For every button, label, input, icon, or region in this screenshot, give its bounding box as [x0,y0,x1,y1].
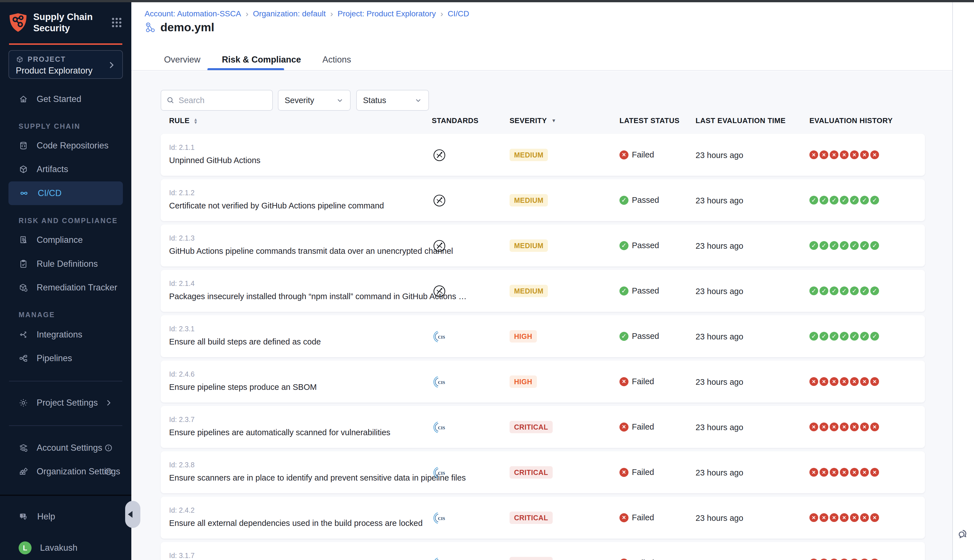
history-fail-icon[interactable]: × [809,150,818,159]
sidebar-item-user-profile[interactable]: L Lavakush [8,536,123,560]
history-pass-icon[interactable]: ✓ [840,196,849,205]
table-row[interactable]: Id: 2.1.3 GitHub Actions pipeline comman… [161,225,925,267]
history-fail-icon[interactable]: × [870,513,879,522]
history-pass-icon[interactable]: ✓ [850,287,859,295]
breadcrumb-account[interactable]: Account: Automation-SSCA [145,9,241,18]
sidebar-item-compliance[interactable]: Compliance [8,228,123,252]
history-fail-icon[interactable]: × [809,423,818,431]
history-fail-icon[interactable]: × [860,423,869,431]
history-pass-icon[interactable]: ✓ [820,332,828,340]
history-fail-icon[interactable]: × [820,513,828,522]
history-fail-icon[interactable]: × [840,150,849,159]
history-fail-icon[interactable]: × [809,377,818,386]
history-fail-icon[interactable]: × [820,423,828,431]
history-fail-icon[interactable]: × [840,468,849,477]
history-pass-icon[interactable]: ✓ [840,241,849,250]
history-fail-icon[interactable]: × [850,150,859,159]
apps-grid-icon[interactable] [110,16,123,29]
history-pass-icon[interactable]: ✓ [840,287,849,295]
history-pass-icon[interactable]: ✓ [870,287,879,295]
info-icon[interactable] [104,467,113,476]
history-pass-icon[interactable]: ✓ [830,196,839,205]
history-fail-icon[interactable]: × [820,468,828,477]
history-fail-icon[interactable]: × [870,377,879,386]
history-fail-icon[interactable]: × [830,423,839,431]
history-fail-icon[interactable]: × [860,513,869,522]
sidebar-item-remediation-tracker[interactable]: Remediation Tracker [8,276,123,300]
sidebar-item-cicd[interactable]: CI/CD [8,182,123,205]
history-fail-icon[interactable]: × [840,558,849,560]
history-fail-icon[interactable]: × [830,513,839,522]
breadcrumb-project[interactable]: Project: Product Exploratory [338,9,436,18]
history-fail-icon[interactable]: × [870,558,879,560]
table-row[interactable]: Id: 2.3.7 Ensure pipelines are automatic… [161,406,925,448]
history-fail-icon[interactable]: × [809,513,818,522]
history-pass-icon[interactable]: ✓ [860,241,869,250]
app-logo[interactable]: Supply Chain Security [9,11,123,34]
table-row[interactable]: Id: 2.4.2 Ensure all external dependenci… [161,497,925,538]
history-fail-icon[interactable]: × [809,468,818,477]
history-fail-icon[interactable]: × [860,468,869,477]
table-row[interactable]: Id: 2.1.1 Unpinned GitHub Actions MEDIUM… [161,134,925,176]
sidebar-item-artifacts[interactable]: Artifacts [8,157,123,181]
history-pass-icon[interactable]: ✓ [860,287,869,295]
breadcrumb-current[interactable]: CI/CD [447,9,469,18]
history-pass-icon[interactable]: ✓ [870,332,879,340]
sidebar-item-project-settings[interactable]: Project Settings [8,391,123,415]
chat-bubbles-icon[interactable] [957,527,970,540]
history-pass-icon[interactable]: ✓ [820,241,828,250]
history-fail-icon[interactable]: × [840,377,849,386]
history-fail-icon[interactable]: × [830,150,839,159]
sidebar-item-get-started[interactable]: Get Started [8,87,123,111]
tab-actions[interactable]: Actions [321,55,352,65]
history-fail-icon[interactable]: × [850,423,859,431]
history-fail-icon[interactable]: × [840,513,849,522]
history-pass-icon[interactable]: ✓ [850,332,859,340]
history-fail-icon[interactable]: × [860,150,869,159]
history-pass-icon[interactable]: ✓ [820,196,828,205]
table-row[interactable]: Id: 2.3.1 Ensure all build steps are def… [161,315,925,357]
history-pass-icon[interactable]: ✓ [809,332,818,340]
history-pass-icon[interactable]: ✓ [850,241,859,250]
table-row[interactable]: Id: 3.1.7 CIS CRITICAL × Failed 23 hours… [161,542,925,560]
history-fail-icon[interactable]: × [860,377,869,386]
history-pass-icon[interactable]: ✓ [870,196,879,205]
tab-overview[interactable]: Overview [163,55,202,65]
history-pass-icon[interactable]: ✓ [809,196,818,205]
history-fail-icon[interactable]: × [830,558,839,560]
history-fail-icon[interactable]: × [850,468,859,477]
sidebar-item-pipelines[interactable]: Pipelines [8,347,123,370]
history-fail-icon[interactable]: × [870,423,879,431]
history-pass-icon[interactable]: ✓ [850,196,859,205]
history-pass-icon[interactable]: ✓ [820,287,828,295]
sidebar-collapse-handle[interactable] [125,501,140,528]
table-row[interactable]: Id: 2.1.4 Packages insecurely installed … [161,270,925,312]
history-pass-icon[interactable]: ✓ [830,241,839,250]
sidebar-item-account-settings[interactable]: Account Settings [8,436,123,460]
history-fail-icon[interactable]: × [809,558,818,560]
history-fail-icon[interactable]: × [850,377,859,386]
project-selector[interactable]: PROJECT Product Exploratory [8,50,123,79]
history-pass-icon[interactable]: ✓ [809,241,818,250]
history-pass-icon[interactable]: ✓ [870,241,879,250]
history-pass-icon[interactable]: ✓ [809,287,818,295]
history-fail-icon[interactable]: × [850,513,859,522]
history-pass-icon[interactable]: ✓ [860,196,869,205]
history-pass-icon[interactable]: ✓ [840,332,849,340]
history-fail-icon[interactable]: × [840,423,849,431]
sidebar-item-integrations[interactable]: Integrations [8,323,123,347]
history-fail-icon[interactable]: × [830,468,839,477]
breadcrumb-organization[interactable]: Organization: default [253,9,325,18]
sidebar-item-help[interactable]: ? Help [8,505,123,528]
table-row[interactable]: Id: 2.3.8 Ensure scanners are in place t… [161,451,925,493]
history-fail-icon[interactable]: × [820,150,828,159]
tab-risk-and-compliance[interactable]: Risk & Compliance [221,55,302,65]
table-row[interactable]: Id: 2.4.6 Ensure pipeline steps produce … [161,360,925,403]
history-pass-icon[interactable]: ✓ [860,332,869,340]
sidebar-item-rule-definitions[interactable]: Rule Definitions [8,252,123,276]
sidebar-item-organization-settings[interactable]: Organization Settings [8,460,123,483]
history-fail-icon[interactable]: × [820,558,828,560]
history-fail-icon[interactable]: × [820,377,828,386]
history-fail-icon[interactable]: × [870,468,879,477]
history-pass-icon[interactable]: ✓ [830,287,839,295]
